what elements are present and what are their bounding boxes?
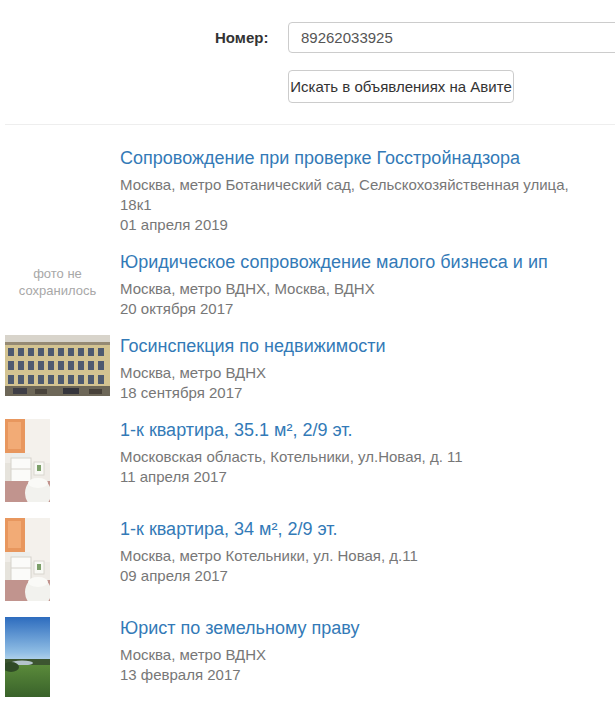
listing-photo-bathroom[interactable]: [5, 419, 120, 502]
listing-location: Москва, метро ВДНХ, Москва, ВДНХ: [120, 279, 582, 299]
listing-location: Москва, метро ВДНХ: [120, 363, 582, 383]
listing-location: Москва, метро Котельники, ул. Новая, д.1…: [120, 546, 582, 566]
search-results-list: Сопровождение при проверке Госстройнадзо…: [0, 125, 615, 697]
listing-title-link[interactable]: Юрист по земельному праву: [120, 617, 359, 639]
listing-date: 09 апреля 2017: [120, 566, 582, 586]
listing-title-link[interactable]: Юридическое сопровождение малого бизнеса…: [120, 251, 548, 273]
listing-item: фото не сохранилось Юридическое сопровож…: [5, 251, 615, 319]
search-form: Номер: Искать в объявлениях на Авите: [0, 0, 615, 124]
avito-phone-search-page: { "form": { "label": "Номер:", "input_va…: [0, 0, 615, 707]
listing-photo-landscape[interactable]: [5, 617, 120, 697]
listing-photo-bathroom[interactable]: [5, 518, 120, 601]
listing-date: 18 сентября 2017: [120, 383, 582, 403]
listing-item: Юрист по земельному праву Москва, метро …: [5, 617, 615, 697]
listing-photo-building[interactable]: [5, 335, 120, 403]
listing-item: 1-к квартира, 35.1 м², 2/9 эт. Московска…: [5, 419, 615, 502]
listing-item: Сопровождение при проверке Госстройнадзо…: [5, 147, 615, 235]
listing-item: 1-к квартира, 34 м², 2/9 эт. Москва, мет…: [5, 518, 615, 601]
listing-location: Московская область, Котельники, ул.Новая…: [120, 447, 582, 467]
search-avito-button[interactable]: Искать в объявлениях на Авите: [288, 70, 514, 103]
listing-location: Москва, метро ВДНХ: [120, 645, 582, 665]
listing-location: Москва, метро Ботанический сад, Сельскох…: [120, 175, 582, 215]
no-photo-placeholder: фото не сохранилось: [5, 251, 110, 299]
listing-date: 20 октября 2017: [120, 299, 582, 319]
listing-title-link[interactable]: Госинспекция по недвижимости: [120, 335, 386, 357]
listing-date: 01 апреля 2019: [120, 215, 582, 235]
listing-title-link[interactable]: Сопровождение при проверке Госстройнадзо…: [120, 147, 520, 169]
listing-date: 11 апреля 2017: [120, 467, 582, 487]
listing-date: 13 февраля 2017: [120, 665, 582, 685]
number-label: Номер:: [215, 29, 268, 46]
photo-column-empty: [5, 147, 120, 235]
listing-item: Госинспекция по недвижимости Москва, мет…: [5, 335, 615, 403]
listing-title-link[interactable]: 1-к квартира, 35.1 м², 2/9 эт.: [120, 419, 353, 441]
listing-title-link[interactable]: 1-к квартира, 34 м², 2/9 эт.: [120, 518, 338, 540]
phone-number-input[interactable]: [288, 22, 615, 53]
